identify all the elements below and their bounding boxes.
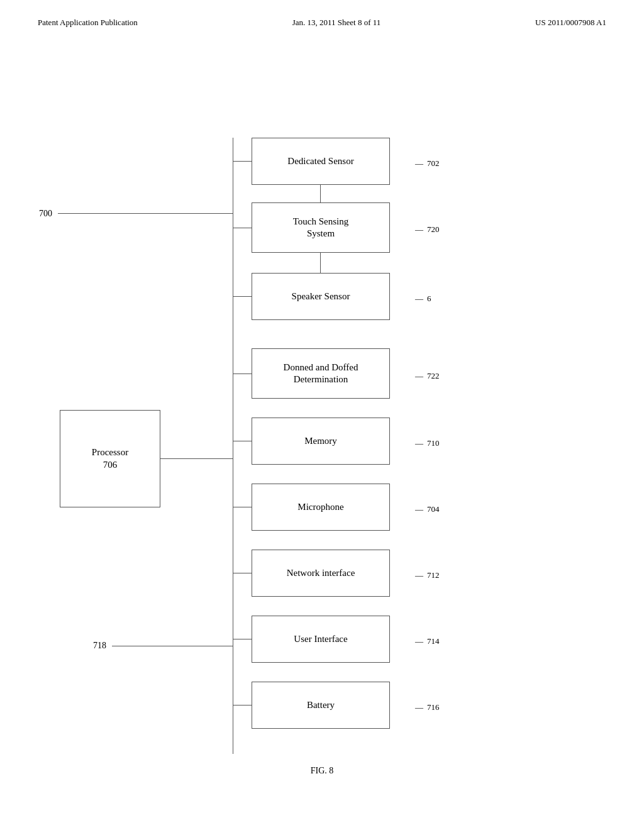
ref-722: —722 — [415, 371, 440, 381]
ref-6: —6 — [415, 294, 431, 304]
ref-720: —720 — [415, 224, 440, 235]
hline-network-interface — [233, 573, 252, 573]
ref-704: —704 — [415, 504, 440, 514]
hline-processor-to-bus — [160, 458, 233, 459]
header-left: Patent Application Publication — [38, 18, 138, 28]
hline-user-interface — [233, 639, 252, 639]
hline-memory — [233, 441, 252, 441]
hline-speaker-sensor — [233, 296, 252, 297]
hline-touch-sensing — [233, 228, 252, 228]
figure-caption: FIG. 8 — [311, 766, 334, 776]
box-processor: Processor 706 — [60, 410, 160, 507]
box-speaker-sensor: Speaker Sensor — [252, 273, 390, 320]
box-memory: Memory — [252, 418, 390, 465]
hline-700-arrow — [58, 213, 233, 214]
ref-702: —702 — [415, 158, 440, 169]
box-touch-sensing: Touch Sensing System — [252, 202, 390, 253]
box-dedicated-sensor: Dedicated Sensor — [252, 138, 390, 185]
diagram-area: Dedicated Sensor —702 Touch Sensing Syst… — [0, 40, 644, 795]
hline-battery — [233, 705, 252, 706]
hline-donned-doffed — [233, 374, 252, 374]
ref-716: —716 — [415, 702, 440, 712]
hline-microphone — [233, 507, 252, 507]
ref-714: —714 — [415, 636, 440, 646]
header-center: Jan. 13, 2011 Sheet 8 of 11 — [292, 18, 381, 28]
ref-712: —712 — [415, 570, 440, 580]
hline-dedicated-sensor — [233, 161, 252, 162]
vline-touch-to-speaker — [320, 253, 321, 273]
header-right: US 2011/0007908 A1 — [535, 18, 606, 28]
box-user-interface: User Interface — [252, 616, 390, 663]
box-battery: Battery — [252, 682, 390, 729]
vline-dedicated-to-touch — [320, 185, 321, 202]
ref-710: —710 — [415, 438, 440, 448]
box-network-interface: Network interface — [252, 550, 390, 597]
main-vertical-line — [233, 138, 233, 754]
hline-718-arrow — [112, 646, 233, 646]
box-microphone: Microphone — [252, 484, 390, 531]
box-donned-doffed: Donned and Doffed Determination — [252, 348, 390, 399]
page-header: Patent Application Publication Jan. 13, … — [0, 0, 644, 28]
ref-718-label: 718 — [93, 641, 106, 651]
ref-700-label: 700 — [39, 209, 52, 219]
